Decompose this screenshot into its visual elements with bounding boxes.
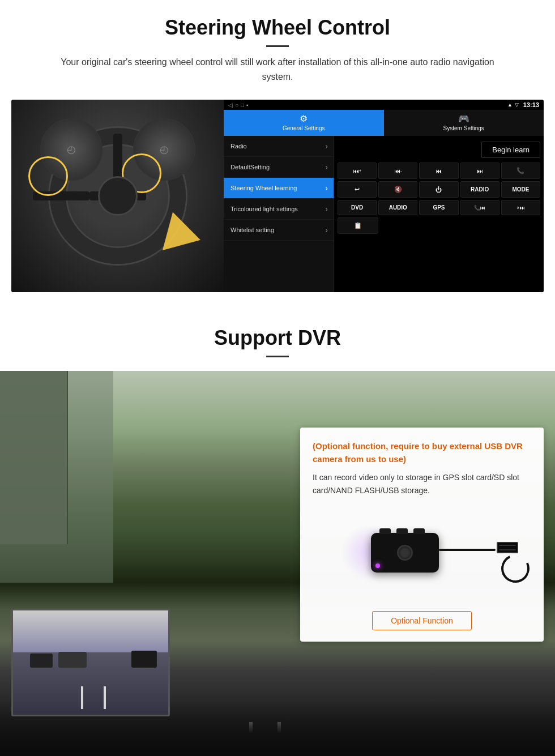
ctrl-btn-power[interactable]: ⏻ (419, 181, 458, 198)
chevron-icon-default: › (325, 163, 328, 172)
feed-line-2 (104, 686, 106, 709)
control-buttons-row3: DVD AUDIO GPS 📞⏮ ×⏭ (338, 200, 540, 215)
steering-subtitle: Your original car's steering wheel contr… (45, 55, 510, 84)
steering-header: Steering Wheel Control Your original car… (0, 0, 555, 100)
ctrl-btn-prev-track[interactable]: ⏮ (419, 163, 458, 179)
ctrl-btn-next-track[interactable]: ⏭ (460, 163, 500, 179)
camera-lens (397, 545, 413, 561)
android-ui: ◁ ○ □ ▪ ▲ ▽ 13:13 ⚙ General Settings 🎮 S… (224, 100, 544, 292)
dvr-section: Support DVR (Optional f (0, 309, 555, 756)
highlight-left (28, 156, 68, 196)
menu-default-label: DefaultSetting (230, 163, 270, 171)
menu-list: Radio › DefaultSetting › Steering Wheel … (224, 136, 334, 292)
dvr-title: Support DVR (34, 326, 521, 350)
control-panel: Begin learn ⏮+ ⏮- ⏮ ⏭ 📞 ↩ 🔇 ⏻ (334, 136, 544, 292)
system-settings-icon: 🎮 (458, 113, 469, 124)
nav-recents-icon: □ (241, 102, 244, 108)
nav-home-icon: ○ (235, 102, 238, 108)
control-buttons-row4: 📋 (338, 217, 540, 234)
begin-learn-button[interactable]: Begin learn (481, 142, 540, 158)
ctrl-btn-radio[interactable]: RADIO (460, 181, 500, 198)
control-buttons-row1: ⏮+ ⏮- ⏮ ⏭ 📞 (338, 163, 540, 179)
chevron-icon-whitelist: › (325, 225, 328, 234)
steering-composite: ◴ ◴ ◁ ○ □ ▪ ▲ ▽ (11, 100, 544, 292)
ctrl-btn-gps[interactable]: GPS (419, 200, 458, 215)
nav-back-icon: ◁ (228, 102, 233, 108)
dvr-bg-container: (Optional function, require to buy exter… (0, 371, 555, 756)
chevron-icon-tricoloured: › (325, 204, 328, 213)
general-settings-icon: ⚙ (300, 113, 308, 124)
ctrl-btn-phone-prev[interactable]: 📞⏮ (460, 200, 500, 215)
menu-radio-label: Radio (230, 142, 247, 150)
menu-tricoloured-label: Tricoloured light settings (230, 205, 298, 213)
tab-system-settings[interactable]: 🎮 System Settings (384, 110, 544, 136)
feed-line-1 (81, 686, 83, 709)
ctrl-btn-audio[interactable]: AUDIO (378, 200, 417, 215)
dvr-optional-title: (Optional function, require to buy exter… (313, 440, 531, 465)
menu-item-whitelist[interactable]: Whitelist setting › (224, 220, 334, 241)
ctrl-btn-dvd[interactable]: DVD (338, 200, 377, 215)
ctrl-btn-vol-up[interactable]: ⏮+ (338, 163, 377, 179)
dvr-inset-feed (11, 609, 170, 716)
ctrl-btn-hangup[interactable]: ↩ (338, 181, 377, 198)
menu-steering-label: Steering Wheel learning (230, 184, 297, 192)
ctrl-btn-mute-next[interactable]: ×⏭ (501, 200, 540, 215)
menu-item-defaultsetting[interactable]: DefaultSetting › (224, 157, 334, 178)
steering-title: Steering Wheel Control (34, 16, 521, 40)
status-signal-icon: ▲ (507, 102, 513, 108)
menu-item-tricoloured[interactable]: Tricoloured light settings › (224, 199, 334, 220)
dvr-header: Support DVR (0, 309, 555, 371)
camera-light (375, 563, 380, 568)
title-divider (266, 45, 289, 47)
dvr-camera-illustration (313, 505, 531, 601)
ctrl-btn-extra[interactable]: 📋 (338, 217, 378, 234)
optional-function-button[interactable]: Optional Function (372, 611, 472, 630)
android-content: Radio › DefaultSetting › Steering Wheel … (224, 136, 544, 292)
tab-general-settings[interactable]: ⚙ General Settings (224, 110, 384, 136)
status-time: 13:13 (523, 101, 539, 108)
menu-item-steering-wheel[interactable]: Steering Wheel learning › (224, 178, 334, 199)
nav-menu-icon: ▪ (246, 102, 249, 108)
ctrl-btn-vol-down[interactable]: ⏮- (378, 163, 417, 179)
control-buttons-row2: ↩ 🔇 ⏻ RADIO MODE (338, 181, 540, 198)
tab-system-label: System Settings (443, 125, 484, 131)
steering-wheel-bg: ◴ ◴ (11, 100, 224, 292)
ctrl-btn-phone[interactable]: 📞 (501, 163, 540, 179)
status-wifi-icon: ▽ (515, 102, 519, 108)
tab-general-label: General Settings (283, 125, 325, 131)
dvr-info-card: (Optional function, require to buy exter… (300, 428, 544, 642)
ctrl-btn-mode[interactable]: MODE (501, 181, 540, 198)
menu-item-radio[interactable]: Radio › (224, 136, 334, 157)
chevron-icon-steering: › (325, 183, 328, 193)
android-tabs: ⚙ General Settings 🎮 System Settings (224, 110, 544, 136)
ctrl-btn-mute[interactable]: 🔇 (378, 181, 417, 198)
camera-body (371, 533, 439, 573)
menu-whitelist-label: Whitelist setting (230, 226, 274, 234)
chevron-icon-radio: › (325, 142, 328, 151)
android-statusbar: ◁ ○ □ ▪ ▲ ▽ 13:13 (224, 100, 544, 110)
begin-learn-row: Begin learn (338, 139, 540, 160)
arrow-overlay (167, 213, 218, 253)
dvr-description: It can record video only to storage in G… (313, 471, 531, 497)
steering-photo: ◴ ◴ (11, 100, 224, 292)
dvr-divider (266, 356, 289, 357)
